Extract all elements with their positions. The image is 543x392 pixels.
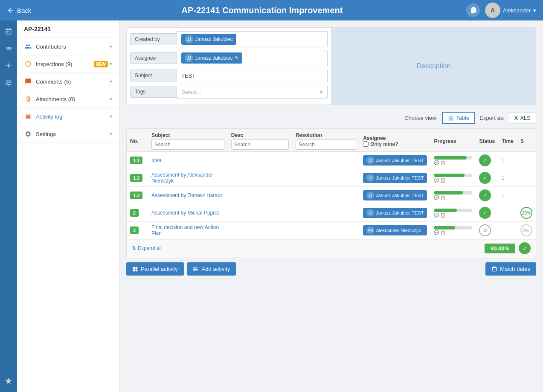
comments-label: Comments (5) — [36, 78, 110, 85]
inspections-label: Inspections (9) — [36, 61, 94, 67]
total-status-check: ✓ — [519, 242, 531, 254]
desc-search-input[interactable] — [231, 139, 289, 150]
only-mine-label[interactable]: Only mine? — [363, 141, 427, 147]
status-partial-gray: 0% — [520, 224, 532, 236]
status-gear[interactable]: ⚙ — [479, 224, 491, 236]
tags-label: Tags — [130, 86, 177, 98]
sidebar-icon-bar — [0, 20, 17, 392]
table-row: 1.1Idea JJ Janusz Jakubiec TEST 💬📋 ✓1 — [127, 152, 536, 169]
assignee-chip: AN Aleksander Niemczyk — [363, 225, 427, 235]
col-desc: Desc — [228, 129, 292, 152]
row-num: 1.1 — [130, 157, 142, 164]
settings-label: Settings — [36, 131, 110, 137]
progress-bar-wrap: 💬📋 — [434, 191, 472, 200]
progress-bar-wrap: 💬📋 — [434, 209, 472, 218]
progress-icons: 💬📋 — [434, 160, 472, 165]
sidebar-add-icon[interactable] — [1, 58, 16, 73]
created-by-value: JJ Janusz Jakubiec — [177, 31, 328, 47]
subject-link[interactable]: Idea — [151, 157, 161, 163]
form-section: Created by JJ Janusz Jakubiec Assignee J… — [126, 27, 536, 105]
bottom-left-buttons: Parallel activity Add activity — [126, 262, 236, 276]
assignee-avatar: AN — [366, 226, 374, 234]
subject-search-input[interactable] — [151, 139, 224, 150]
sidebar-item-comments[interactable]: Comments (5) ▾ — [17, 73, 119, 90]
user-menu[interactable]: A Aleksander ▾ — [485, 3, 536, 18]
sidebar-item-inspections[interactable]: Inspections (9) NEW ▾ — [17, 55, 119, 73]
progress-bar-fill — [434, 209, 457, 212]
row-num: 1.3 — [130, 192, 142, 199]
sidebar-item-settings[interactable]: Settings ▾ — [17, 125, 119, 143]
attachments-icon — [24, 95, 32, 103]
assignee-avatar: JJ — [366, 192, 374, 199]
row-num: 3 — [130, 226, 139, 234]
col-status: Status — [476, 129, 498, 152]
page-title: AP-22141 Communication Improvement — [58, 6, 466, 15]
choose-view-label: Choose view: — [404, 115, 438, 121]
parallel-activity-button[interactable]: Parallel activity — [126, 262, 184, 276]
table-row: 1.3Assessment by Tomasz Haracz JJ Janusz… — [127, 187, 536, 204]
subject-link[interactable]: Assessment by Aleksander Niemczyk — [151, 172, 213, 184]
progress-bar-wrap: 💬📋 — [434, 174, 472, 183]
comments-icon — [24, 77, 32, 86]
progress-icons: 💬📋 — [434, 230, 472, 235]
table-view-button[interactable]: Table — [442, 112, 475, 124]
comments-chevron: ▾ — [110, 78, 112, 84]
activity-table: No. Subject Desc Resolution — [127, 129, 536, 239]
inspections-badge: NEW — [94, 61, 108, 67]
contributors-label: Contributors — [36, 44, 110, 50]
description-panel: Description — [331, 28, 536, 105]
attachments-label: Attachments (0) — [36, 96, 110, 102]
attachments-chevron: ▾ — [110, 96, 112, 102]
subject-link[interactable]: Final decision and new Action Plan — [151, 224, 219, 236]
sidebar-star-icon[interactable] — [1, 373, 16, 389]
created-by-label: Created by — [130, 33, 177, 45]
sidebar-calendar-icon[interactable] — [1, 24, 16, 39]
sidebar-item-contributors[interactable]: Contributors ▾ — [17, 38, 119, 55]
subject-value: TEST — [177, 69, 328, 82]
export-xls-button[interactable]: X XLS — [509, 112, 536, 124]
sidebar-filter-icon[interactable] — [1, 75, 16, 90]
total-progress: 90.00% — [485, 244, 515, 253]
row-num: 1.2 — [130, 174, 142, 182]
activity-log-icon — [24, 112, 32, 121]
only-mine-checkbox[interactable] — [363, 141, 369, 147]
assignee-chip: JJ Janusz Jakubiec TEST — [363, 173, 427, 183]
notification-bell[interactable] — [466, 3, 480, 17]
activity-table-wrap: No. Subject Desc Resolution — [126, 128, 536, 257]
project-id: AP-22141 — [17, 20, 119, 38]
col-no: No. — [127, 129, 148, 152]
status-check: ✓ — [479, 154, 491, 166]
expand-all-button[interactable]: ⇅ Expand all — [132, 245, 162, 251]
table-row: 1.2Assessment by Aleksander Niemczyk JJ … — [127, 169, 536, 187]
tags-row: Tags Select... ▾ — [130, 85, 328, 99]
nav-panel: AP-22141 Contributors ▾ Inspections (9) … — [17, 20, 119, 392]
tags-value[interactable]: Select... ▾ — [177, 85, 328, 99]
assignee-row: Assignee JJ Janusz Jakubiec ✎ — [130, 50, 328, 66]
user-avatar: A — [485, 3, 500, 18]
assignee-value: JJ Janusz Jakubiec ✎ — [177, 50, 328, 66]
col-assignee: Assignee Only mine? — [360, 129, 430, 152]
back-button[interactable]: Back — [7, 6, 58, 14]
progress-bar-fill — [434, 174, 465, 177]
status-check: ✓ — [479, 172, 491, 184]
tags-select[interactable]: Select... ▾ — [181, 89, 323, 95]
sidebar-item-activity-log[interactable]: Activity log ▾ — [17, 108, 119, 125]
col-subject: Subject — [148, 129, 228, 152]
match-dates-button[interactable]: Match dates — [485, 262, 536, 276]
sidebar-item-attachments[interactable]: Attachments (0) ▾ — [17, 90, 119, 108]
bottom-actions: Parallel activity Add activity Match dat… — [126, 262, 536, 276]
add-activity-button[interactable]: Add activity — [187, 262, 236, 276]
subject-link[interactable]: Assessment by Michal Paprot — [151, 210, 219, 216]
inspections-chevron: ▾ — [110, 61, 112, 67]
progress-bar-fill — [434, 226, 455, 229]
assignee-edit-icon[interactable]: ✎ — [235, 55, 239, 61]
col-time: Time — [498, 129, 517, 152]
settings-icon — [24, 130, 32, 138]
resolution-search-input[interactable] — [296, 139, 356, 150]
tags-dropdown-icon: ▾ — [320, 89, 323, 95]
topbar: Back AP-22141 Communication Improvement … — [0, 0, 543, 20]
settings-chevron: ▾ — [110, 131, 112, 137]
subject-link[interactable]: Assessment by Tomasz Haracz — [151, 192, 223, 198]
sidebar-list-icon[interactable] — [1, 41, 16, 56]
contributors-icon — [24, 42, 32, 51]
